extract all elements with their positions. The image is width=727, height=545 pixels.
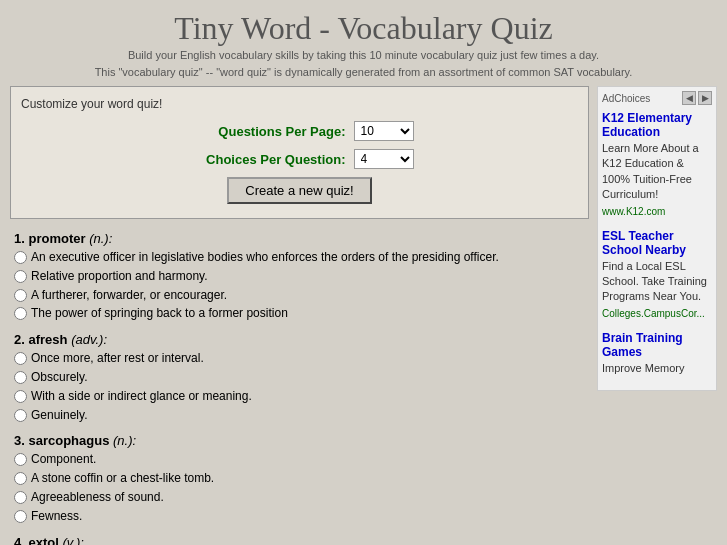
ad-description: Find a Local ESL School. Take Training P…	[602, 259, 712, 305]
quiz-item-header: 1. promoter (n.):	[14, 231, 585, 246]
choice-text: Once more, after rest or interval.	[31, 350, 204, 367]
ad-link[interactable]: Brain Training Games	[602, 331, 683, 359]
choice-item: An executive officer in legislative bodi…	[14, 249, 585, 266]
quiz-list: 1. promoter (n.):An executive officer in…	[10, 231, 589, 545]
choice-item: With a side or indirect glance or meanin…	[14, 388, 585, 405]
customize-box: Customize your word quiz! Questions Per …	[10, 86, 589, 219]
subtitle-2: This "vocabulary quiz" -- "word quiz" is…	[20, 64, 707, 81]
item-word: extol	[28, 535, 58, 545]
choice-text: A furtherer, forwarder, or encourager.	[31, 287, 227, 304]
questions-select[interactable]: 5 10 15 20	[354, 121, 414, 141]
quiz-item-header: 2. afresh (adv.):	[14, 332, 585, 347]
item-word: promoter	[28, 231, 85, 246]
page-header: Tiny Word - Vocabulary Quiz Build your E…	[0, 0, 727, 86]
ad-prev-button[interactable]: ◀	[682, 91, 696, 105]
ad-entry: K12 Elementary EducationLearn More About…	[602, 111, 712, 219]
choice-item: Genuinely.	[14, 407, 585, 424]
choice-radio[interactable]	[14, 352, 27, 365]
item-pos: (adv.):	[71, 332, 107, 347]
ad-entry: ESL Teacher School NearbyFind a Local ES…	[602, 229, 712, 321]
choices-row: Choices Per Question: 2 3 4 5	[21, 149, 578, 169]
choice-radio[interactable]	[14, 371, 27, 384]
choices-label: Choices Per Question:	[186, 152, 346, 167]
ad-link[interactable]: K12 Elementary Education	[602, 111, 692, 139]
item-pos: (n.):	[89, 231, 112, 246]
ad-next-button[interactable]: ▶	[698, 91, 712, 105]
choice-text: Genuinely.	[31, 407, 87, 424]
item-pos: (v.):	[62, 535, 83, 545]
right-column: AdChoices ◀ ▶ K12 Elementary EducationLe…	[597, 86, 717, 545]
item-pos: (n.):	[113, 433, 136, 448]
choice-text: Relative proportion and harmony.	[31, 268, 208, 285]
choice-radio[interactable]	[14, 491, 27, 504]
choice-item: Obscurely.	[14, 369, 585, 386]
ad-description: Learn More About a K12 Education & 100% …	[602, 141, 712, 203]
ad-description: Improve Memory	[602, 361, 712, 376]
ad-link[interactable]: ESL Teacher School Nearby	[602, 229, 686, 257]
quiz-item: 2. afresh (adv.):Once more, after rest o…	[14, 332, 585, 423]
choice-radio[interactable]	[14, 307, 27, 320]
customize-title: Customize your word quiz!	[21, 97, 578, 111]
choice-radio[interactable]	[14, 390, 27, 403]
choice-text: Component.	[31, 451, 96, 468]
page-title: Tiny Word - Vocabulary Quiz	[20, 10, 707, 47]
choices-select[interactable]: 2 3 4 5	[354, 149, 414, 169]
left-column: Customize your word quiz! Questions Per …	[10, 86, 589, 545]
choice-item: Fewness.	[14, 508, 585, 525]
choice-text: With a side or indirect glance or meanin…	[31, 388, 252, 405]
choice-item: Relative proportion and harmony.	[14, 268, 585, 285]
choice-text: Agreeableness of sound.	[31, 489, 164, 506]
item-number: 3.	[14, 433, 25, 448]
subtitle-1: Build your English vocabulary skills by …	[20, 47, 707, 64]
ad-choices-bar: AdChoices ◀ ▶	[602, 91, 712, 105]
questions-row: Questions Per Page: 5 10 15 20	[21, 121, 578, 141]
choice-item: Agreeableness of sound.	[14, 489, 585, 506]
choice-radio[interactable]	[14, 251, 27, 264]
quiz-item: 4. extol (v.):To make or enact a law or …	[14, 535, 585, 545]
main-layout: Customize your word quiz! Questions Per …	[0, 86, 727, 545]
choice-radio[interactable]	[14, 409, 27, 422]
ad-url: Colleges.CampusCor...	[602, 307, 712, 321]
choice-radio[interactable]	[14, 510, 27, 523]
ad-entries: K12 Elementary EducationLearn More About…	[602, 111, 712, 376]
questions-label: Questions Per Page:	[186, 124, 346, 139]
choice-item: The power of springing back to a former …	[14, 305, 585, 322]
choice-text: A stone coffin or a chest-like tomb.	[31, 470, 214, 487]
ad-choices-label: AdChoices	[602, 93, 650, 104]
item-number: 4.	[14, 535, 25, 545]
choice-radio[interactable]	[14, 453, 27, 466]
choice-text: Obscurely.	[31, 369, 87, 386]
choice-text: Fewness.	[31, 508, 82, 525]
choice-text: The power of springing back to a former …	[31, 305, 288, 322]
item-number: 1.	[14, 231, 25, 246]
ad-url: www.K12.com	[602, 205, 712, 219]
ad-box: AdChoices ◀ ▶ K12 Elementary EducationLe…	[597, 86, 717, 391]
quiz-item-header: 3. sarcophagus (n.):	[14, 433, 585, 448]
choice-item: Component.	[14, 451, 585, 468]
create-quiz-button[interactable]: Create a new quiz!	[227, 177, 371, 204]
choice-radio[interactable]	[14, 289, 27, 302]
quiz-item: 1. promoter (n.):An executive officer in…	[14, 231, 585, 322]
ad-entry: Brain Training GamesImprove Memory	[602, 331, 712, 376]
item-number: 2.	[14, 332, 25, 347]
item-word: afresh	[28, 332, 67, 347]
quiz-item-header: 4. extol (v.):	[14, 535, 585, 545]
choice-radio[interactable]	[14, 270, 27, 283]
ad-nav: ◀ ▶	[682, 91, 712, 105]
item-word: sarcophagus	[28, 433, 109, 448]
choice-item: A furtherer, forwarder, or encourager.	[14, 287, 585, 304]
quiz-item: 3. sarcophagus (n.):Component.A stone co…	[14, 433, 585, 524]
choice-radio[interactable]	[14, 472, 27, 485]
choice-text: An executive officer in legislative bodi…	[31, 249, 499, 266]
choice-item: Once more, after rest or interval.	[14, 350, 585, 367]
choice-item: A stone coffin or a chest-like tomb.	[14, 470, 585, 487]
